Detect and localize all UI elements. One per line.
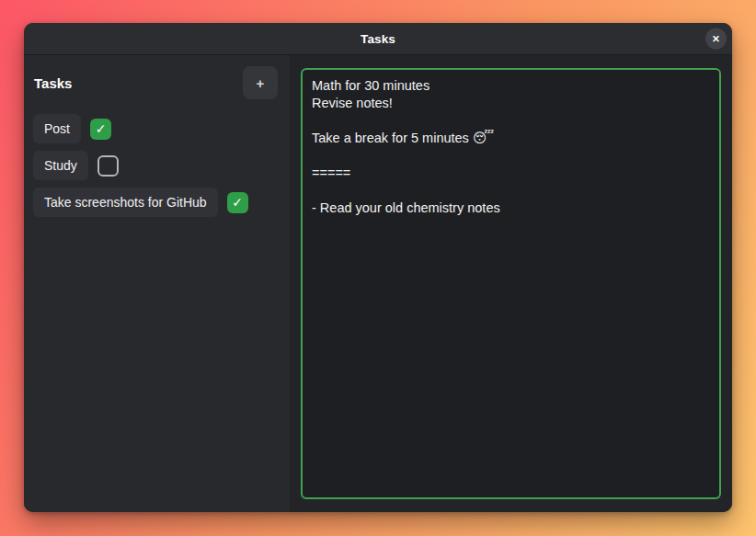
checkmark-icon: ✓ bbox=[232, 196, 243, 209]
sidebar-heading: Tasks bbox=[33, 75, 72, 91]
task-list: Post ✓ Study Take screenshots for GitHub… bbox=[33, 114, 278, 224]
titlebar: Tasks ✕ bbox=[24, 23, 732, 55]
add-task-button[interactable]: + bbox=[243, 66, 278, 99]
task-chip-label: Take screenshots for GitHub bbox=[44, 195, 207, 210]
task-chip[interactable]: Study bbox=[33, 151, 88, 180]
task-row: Post ✓ bbox=[33, 114, 278, 143]
task-checkbox[interactable]: ✓ bbox=[90, 119, 111, 140]
task-row: Study bbox=[33, 151, 278, 180]
task-chip-label: Post bbox=[44, 121, 70, 136]
task-chip[interactable]: Post bbox=[33, 114, 81, 143]
window-body: Tasks + Post ✓ Study Take screenshots fo… bbox=[24, 55, 732, 512]
close-icon: ✕ bbox=[712, 34, 720, 44]
checkmark-icon: ✓ bbox=[96, 122, 107, 135]
task-chip[interactable]: Take screenshots for GitHub bbox=[33, 188, 218, 217]
close-button[interactable]: ✕ bbox=[705, 29, 727, 50]
plus-icon: + bbox=[257, 76, 265, 90]
task-row: Take screenshots for GitHub ✓ bbox=[33, 188, 278, 217]
sidebar-header: Tasks + bbox=[33, 66, 278, 99]
note-editor[interactable]: Math for 30 minutes Revise notes! Take a… bbox=[301, 68, 721, 499]
sidebar: Tasks + Post ✓ Study Take screenshots fo… bbox=[24, 55, 290, 512]
task-checkbox[interactable] bbox=[97, 155, 119, 177]
task-chip-label: Study bbox=[44, 158, 77, 173]
main-panel: Math for 30 minutes Revise notes! Take a… bbox=[290, 55, 732, 512]
window-title: Tasks bbox=[361, 32, 395, 46]
tasks-window: Tasks ✕ Tasks + Post ✓ Study bbox=[24, 23, 732, 512]
task-checkbox[interactable]: ✓ bbox=[227, 192, 248, 213]
